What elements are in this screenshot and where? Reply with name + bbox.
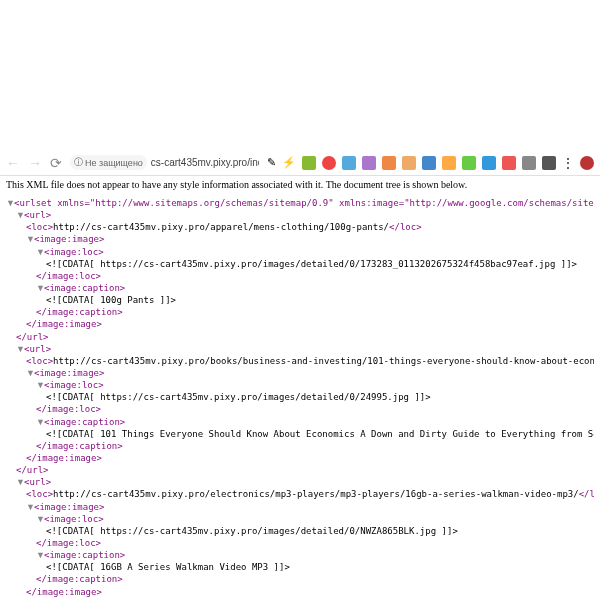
ext-icon[interactable] [322,156,336,170]
toggle-icon[interactable]: ▼ [36,416,44,428]
reload-icon[interactable]: ⟳ [50,155,62,171]
back-icon[interactable]: ← [6,155,20,171]
url-text: cs-cart435mv.pixy.pro/index.php?dispatch… [151,157,259,168]
menu-icon[interactable]: ⋮ [562,156,574,170]
toggle-icon[interactable]: ▼ [16,343,24,355]
ext-icon[interactable]: ✎ [267,156,276,169]
security-label: Не защищено [85,158,143,168]
ext-icon[interactable]: ⚡ [282,156,296,169]
toggle-icon[interactable]: ▼ [36,246,44,258]
address-bar[interactable]: ⓘ Не защищено cs-cart435mv.pixy.pro/inde… [70,155,259,170]
info-icon: ⓘ [74,156,83,169]
toggle-icon[interactable]: ▼ [26,367,34,379]
ext-icon[interactable] [442,156,456,170]
toggle-icon[interactable]: ▼ [36,549,44,561]
ext-icon[interactable] [402,156,416,170]
ext-icon[interactable] [522,156,536,170]
ext-icon[interactable] [482,156,496,170]
ext-icon[interactable] [382,156,396,170]
forward-icon[interactable]: → [28,155,42,171]
profile-avatar[interactable] [580,156,594,170]
ext-icon[interactable] [422,156,436,170]
browser-toolbar: ← → ⟳ ⓘ Не защищено cs-cart435mv.pixy.pr… [0,150,600,176]
xml-tree: ▼<urlset xmlns="http://www.sitemaps.org/… [0,193,600,600]
extension-icons: ✎ ⚡ ⋮ [267,156,594,170]
blank-area [0,0,600,150]
toggle-icon[interactable]: ▼ [36,379,44,391]
ext-icon[interactable] [362,156,376,170]
toggle-icon[interactable]: ▼ [16,476,24,488]
ext-icon[interactable] [462,156,476,170]
ext-icon[interactable] [302,156,316,170]
security-badge[interactable]: ⓘ Не защищено [70,155,147,170]
toggle-icon[interactable]: ▼ [26,501,34,513]
toggle-icon[interactable]: ▼ [26,233,34,245]
toggle-icon[interactable]: ▼ [36,513,44,525]
toggle-icon[interactable]: ▼ [16,209,24,221]
xml-message: This XML file does not appear to have an… [0,176,600,193]
ext-icon[interactable] [502,156,516,170]
ext-icon[interactable] [542,156,556,170]
ext-icon[interactable] [342,156,356,170]
toggle-icon[interactable]: ▼ [6,197,14,209]
toggle-icon[interactable]: ▼ [36,282,44,294]
